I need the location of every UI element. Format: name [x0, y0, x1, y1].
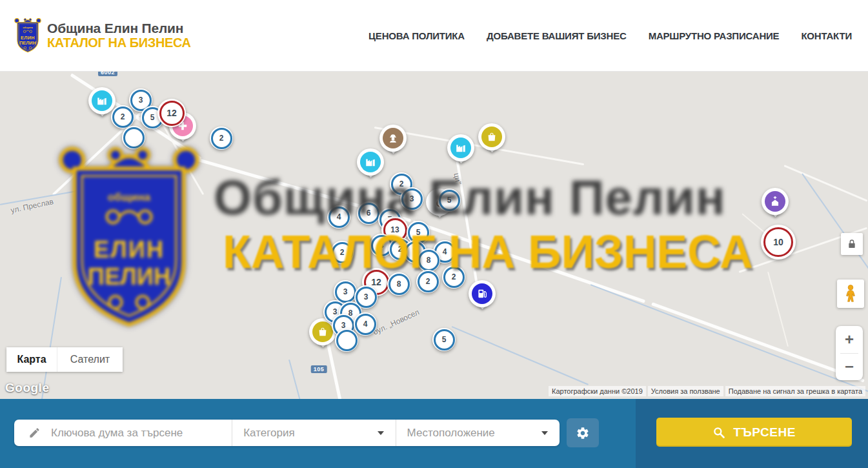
- zoom-out-button[interactable]: −: [836, 354, 863, 381]
- nav-item-schedule[interactable]: МАРШРУТНО РАЗПИСАНИЕ: [649, 30, 780, 41]
- cluster-marker[interactable]: 6: [357, 201, 380, 225]
- google-logo[interactable]: Google: [5, 381, 49, 395]
- chevron-down-icon: [378, 431, 384, 435]
- cluster-marker[interactable]: [122, 126, 145, 149]
- svg-text:ПЕЛИН: ПЕЛИН: [19, 40, 36, 46]
- category-dropdown[interactable]: Категория: [232, 420, 396, 446]
- nav-item-add-business[interactable]: ДОБАВЕТЕ ВАШИЯТ БИЗНЕС: [487, 30, 627, 41]
- search-button-label: ТЪРСЕНЕ: [733, 425, 796, 440]
- search-bar: Категория Местоположение ТЪРСЕНЕ: [0, 399, 868, 468]
- nav-item-contacts[interactable]: КОНТАКТИ: [801, 30, 852, 41]
- nav-item-pricing[interactable]: ЦЕНОВА ПОЛИТИКА: [368, 30, 465, 41]
- main-nav: ЦЕНОВА ПОЛИТИКА ДОБАВЕТЕ ВАШИЯТ БИЗНЕС М…: [368, 0, 852, 71]
- cluster-marker[interactable]: 2: [442, 265, 465, 289]
- map-type-control: Карта Сателит: [6, 347, 123, 372]
- cluster-marker[interactable]: 2: [111, 105, 134, 128]
- location-dropdown-label: Местоположение: [407, 427, 495, 440]
- cluster-marker[interactable]: 2: [416, 270, 439, 293]
- category-dropdown-label: Категория: [243, 427, 294, 440]
- cluster-marker[interactable]: 4: [327, 205, 350, 229]
- advanced-settings-button[interactable]: [567, 418, 599, 447]
- attribution-report-error-link[interactable]: Подаване на сигнал за грешка в картата: [725, 386, 865, 396]
- cluster-marker[interactable]: 3: [400, 187, 423, 210]
- cluster-marker[interactable]: 5: [432, 328, 456, 351]
- svg-text:община: община: [23, 26, 33, 29]
- location-dropdown[interactable]: Местоположение: [396, 420, 560, 446]
- cluster-marker[interactable]: 8: [417, 249, 440, 272]
- chevron-down-icon: [541, 431, 548, 435]
- pegman-icon: [842, 284, 859, 303]
- keyword-section: [14, 420, 232, 446]
- site-title: Община Елин Пелин: [47, 21, 183, 36]
- street-view-pegman[interactable]: [837, 280, 864, 308]
- cluster-marker[interactable]: 2: [330, 241, 354, 264]
- filter-strip: Категория Местоположение: [14, 420, 560, 446]
- google-map[interactable]: 6002105ул. Преславбул. „Новоселци" 32512…: [0, 71, 868, 399]
- header: община ЕЛИН ПЕЛИН Община Елин Пелин КАТА…: [0, 0, 868, 72]
- map-clusters-layer: 32512223546713524274822128333834510: [0, 71, 868, 399]
- gear-icon: [576, 426, 590, 440]
- zoom-in-button[interactable]: +: [836, 326, 863, 353]
- zoom-control: + −: [836, 326, 863, 380]
- cluster-marker[interactable]: [335, 329, 358, 352]
- cluster-marker[interactable]: 5: [438, 188, 461, 212]
- cluster-marker[interactable]: 12: [157, 99, 186, 127]
- cluster-marker[interactable]: 4: [354, 312, 377, 336]
- attribution-terms-link[interactable]: Условия за ползване: [648, 386, 723, 396]
- municipality-crest-logo: община ЕЛИН ПЕЛИН: [14, 16, 42, 55]
- cluster-marker[interactable]: 2: [210, 127, 233, 150]
- search-submit-button[interactable]: ТЪРСЕНЕ: [656, 418, 852, 447]
- map-attribution: Картографски данни ©2019 Условия за полз…: [549, 386, 865, 396]
- cluster-marker[interactable]: 10: [761, 225, 796, 259]
- fullscreen-lock-button[interactable]: [841, 233, 863, 255]
- cluster-marker[interactable]: 8: [387, 272, 410, 296]
- site-subtitle: КАТАЛОГ НА БИЗНЕСА: [47, 36, 190, 50]
- keyword-search-input[interactable]: [50, 426, 232, 440]
- map-type-satellite-button[interactable]: Сателит: [57, 347, 123, 372]
- search-icon: [712, 426, 725, 439]
- svg-text:ЕЛИН: ЕЛИН: [21, 35, 35, 41]
- attribution-copyright: Картографски данни ©2019: [549, 386, 646, 396]
- pencil-icon: [28, 427, 41, 439]
- map-type-map-button[interactable]: Карта: [6, 347, 57, 372]
- padlock-icon: [847, 239, 857, 249]
